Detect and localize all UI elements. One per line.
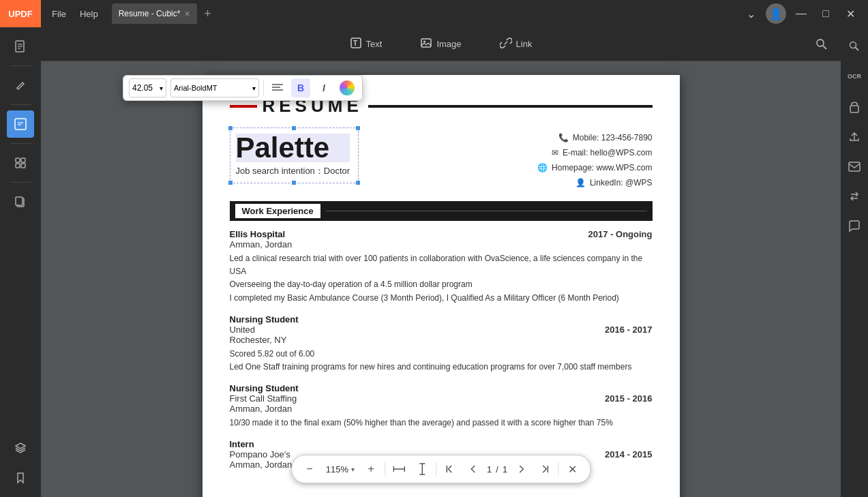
toolbar-right xyxy=(811,33,833,55)
job-title-3: Nursing Student xyxy=(230,383,653,393)
linkedin-row: 👤 LinkedIn: @WPS xyxy=(575,178,653,187)
close-toolbar-btn[interactable]: ✕ xyxy=(563,460,582,479)
new-tab-btn[interactable]: + xyxy=(200,5,216,22)
nav-last-btn[interactable] xyxy=(535,460,554,479)
maximize-btn[interactable]: □ xyxy=(816,4,835,23)
nav-first-btn[interactable] xyxy=(440,460,460,479)
image-tool-btn[interactable]: Image xyxy=(412,33,469,56)
work-experience-label: Work Experience xyxy=(235,204,320,218)
help-menu[interactable]: Help xyxy=(74,6,104,22)
svg-rect-34 xyxy=(849,162,860,171)
right-ocr-icon[interactable]: OCR xyxy=(841,63,868,90)
sidebar-grid-icon[interactable] xyxy=(7,149,34,177)
sidebar-edit-icon[interactable] xyxy=(7,110,34,138)
name-textbox[interactable]: Palette Job search intention：Doctor xyxy=(230,127,359,183)
resize-handle-tl[interactable] xyxy=(228,125,233,131)
job-intention: Job search intention：Doctor xyxy=(236,165,350,177)
left-sidebar xyxy=(0,27,41,497)
tab-close-btn[interactable]: × xyxy=(184,8,190,19)
location-1: Amman, Jordan xyxy=(230,239,653,250)
work-entry-1: Ellis Hospital 2017 - Ongoing Amman, Jor… xyxy=(230,229,653,305)
fit-page-btn[interactable] xyxy=(413,460,432,479)
sidebar-document-icon[interactable] xyxy=(7,33,34,60)
font-name-select[interactable]: Arial-BoldMT ▾ xyxy=(170,78,259,97)
zoom-dropdown-arrow[interactable]: ▾ xyxy=(351,466,355,473)
page-current: 1 xyxy=(487,464,492,475)
zoom-out-btn[interactable]: − xyxy=(300,460,319,479)
sidebar-divider-4 xyxy=(10,182,31,183)
pdf-viewer[interactable]: RESUME Palette xyxy=(41,61,841,497)
dates-4: 2014 - 2015 xyxy=(605,449,652,460)
font-name-arrow: ▾ xyxy=(252,85,256,92)
bold-label: B xyxy=(297,82,304,93)
color-btn[interactable] xyxy=(338,78,357,97)
sidebar-divider-3 xyxy=(10,143,31,144)
font-size-input[interactable]: 42.05 ▾ xyxy=(129,78,166,97)
color-wheel xyxy=(340,80,355,95)
job-intention-label: Job search intention： xyxy=(236,166,324,176)
bottom-divider-3 xyxy=(558,462,558,476)
svg-rect-7 xyxy=(16,158,20,162)
tab-bar: Resume - Cubic* × + xyxy=(109,3,733,24)
right-convert-icon[interactable] xyxy=(841,183,868,210)
svg-text:T: T xyxy=(353,40,357,47)
sidebar-bookmark-icon[interactable] xyxy=(7,464,34,492)
dates-3: 2015 - 2016 xyxy=(605,393,652,404)
resize-handle-br[interactable] xyxy=(355,180,361,185)
company-4: Pompano Joe's xyxy=(230,449,290,460)
close-btn[interactable]: ✕ xyxy=(841,4,860,23)
sidebar-layers-icon[interactable] xyxy=(7,434,34,462)
svg-point-30 xyxy=(850,42,856,48)
tab-label: Resume - Cubic* xyxy=(119,9,181,18)
link-tool-btn[interactable]: Link xyxy=(492,33,541,56)
company-2: United xyxy=(230,325,256,335)
search-btn[interactable] xyxy=(811,33,833,55)
tab-resume[interactable]: Resume - Cubic* × xyxy=(112,3,197,24)
toolbar: T Text Image xyxy=(41,27,841,61)
minimize-btn[interactable]: — xyxy=(792,4,811,23)
font-name-value: Arial-BoldMT xyxy=(174,84,218,92)
right-email-icon[interactable] xyxy=(841,153,868,180)
email-icon: ✉ xyxy=(552,148,558,157)
svg-line-18 xyxy=(823,46,826,49)
linkedin-label: LinkedIn: @WPS xyxy=(590,178,653,187)
svg-point-17 xyxy=(817,40,824,46)
mobile-icon: 📞 xyxy=(558,133,569,142)
link-tool-label: Link xyxy=(516,39,533,49)
text-tool-btn[interactable]: T Text xyxy=(342,33,391,56)
page-sep: / xyxy=(496,464,498,475)
bottom-divider-2 xyxy=(436,462,436,476)
bullet-1-1: Led a clinical research trial with over … xyxy=(230,252,653,278)
zoom-display: 115% ▾ xyxy=(323,464,357,475)
homepage-label: Homepage: www.WPS.com xyxy=(552,163,652,172)
nav-prev-btn[interactable] xyxy=(464,460,483,479)
right-chat-icon[interactable] xyxy=(841,213,868,240)
zoom-in-btn[interactable]: + xyxy=(361,460,380,479)
avatar[interactable]: 👤 xyxy=(766,3,786,24)
resize-handle-tr[interactable] xyxy=(355,125,361,131)
sidebar-brush-icon[interactable] xyxy=(7,72,34,99)
file-menu[interactable]: File xyxy=(46,6,72,22)
work-entry-2: Nursing Student United 2016 - 2017 Roche… xyxy=(230,314,653,374)
bold-btn[interactable]: B xyxy=(291,78,310,97)
job-title-4: Intern xyxy=(230,439,653,449)
right-lock-icon[interactable] xyxy=(841,93,868,120)
right-share-icon[interactable] xyxy=(841,123,868,150)
sidebar-copy-icon[interactable] xyxy=(7,188,34,215)
right-search-icon[interactable] xyxy=(841,33,868,60)
image-tool-label: Image xyxy=(436,39,461,49)
company-1: Ellis Hospital xyxy=(230,229,286,239)
nav-next-btn[interactable] xyxy=(511,460,530,479)
fit-width-btn[interactable] xyxy=(389,460,408,479)
svg-rect-4 xyxy=(15,119,26,130)
resize-handle-bl[interactable] xyxy=(228,180,233,185)
homepage-row: 🌐 Homepage: www.WPS.com xyxy=(537,163,652,172)
location-3: Amman, Jordan xyxy=(230,404,653,414)
expand-icon[interactable]: ⌄ xyxy=(741,4,760,23)
dates-1: 2017 - Ongoing xyxy=(588,229,653,239)
resize-handle-t[interactable] xyxy=(291,125,297,131)
align-btn[interactable] xyxy=(268,78,287,97)
italic-btn[interactable]: I xyxy=(314,78,333,97)
svg-rect-15 xyxy=(421,39,431,47)
resize-handle-b[interactable] xyxy=(291,180,297,185)
